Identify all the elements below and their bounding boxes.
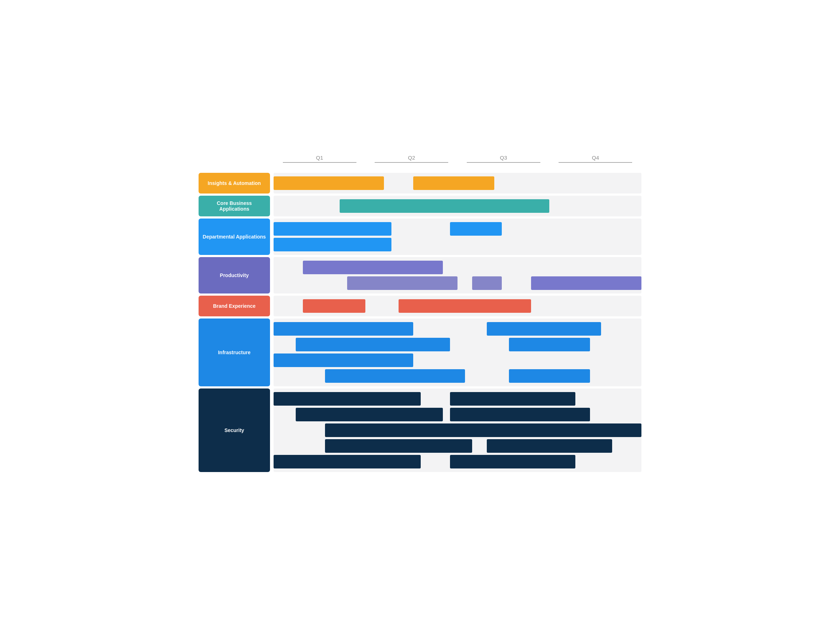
bar-infrastructure-1-1 [509,338,590,351]
bar-infrastructure-3-0 [325,369,465,383]
bar-security-0-0 [273,392,421,406]
bar-row-security-3 [273,439,641,453]
bar-row-security-2 [273,424,641,437]
bar-security-4-1 [450,455,575,468]
bar-row-infrastructure-3 [273,369,641,383]
bar-departmental-1-0 [273,238,392,251]
label-departmental: Departmental Applications [199,219,270,255]
bar-row-security-0 [273,392,641,406]
q1-label: Q1 [273,154,366,165]
row-departmental: Departmental Applications [199,219,641,255]
bar-row-security-4 [273,455,641,468]
bars-security [273,388,641,472]
row-infrastructure: Infrastructure [199,318,641,386]
bar-security-2-1 [502,424,641,437]
bar-security-4-0 [273,455,421,468]
label-infrastructure: Infrastructure [199,318,270,386]
bar-row-core-business-0 [273,199,641,213]
bar-row-infrastructure-0 [273,322,641,336]
bar-core-business-0-0 [339,199,549,213]
row-insights-automation: Insights & Automation [199,173,641,194]
bar-productivity-1-0 [347,276,458,290]
bar-security-1-1 [450,408,590,421]
bar-infrastructure-1-0 [296,338,450,351]
bar-brand-experience-0-0 [303,299,365,313]
bars-infrastructure [273,318,641,386]
row-security: Security [199,388,641,472]
bar-insights-automation-0-0 [273,177,384,190]
label-insights-automation: Insights & Automation [199,173,270,194]
bars-insights-automation [273,173,641,194]
rows-container: Insights & AutomationCore Business Appli… [199,173,641,472]
q4-label: Q4 [549,154,642,165]
label-productivity: Productivity [199,257,270,293]
bar-row-brand-experience-0 [273,299,641,313]
bar-productivity-1-2 [531,276,641,290]
bar-security-2-0 [325,424,516,437]
bar-security-0-1 [450,392,575,406]
bar-security-3-0 [325,439,472,453]
gantt-chart: Q1 Q2 Q3 Q4 Insights & AutomationCore Bu… [191,144,649,489]
label-brand-experience: Brand Experience [199,296,270,316]
bars-productivity [273,257,641,293]
bar-security-3-1 [487,439,612,453]
bar-departmental-0-0 [273,222,392,236]
bar-row-departmental-0 [273,222,641,236]
bar-row-security-1 [273,408,641,421]
bar-security-1-0 [296,408,443,421]
bars-core-business [273,195,641,216]
row-brand-experience: Brand Experience [199,296,641,316]
bar-infrastructure-3-1 [509,369,590,383]
bars-departmental [273,219,641,255]
bar-brand-experience-0-1 [399,299,531,313]
bars-brand-experience [273,296,641,316]
label-security: Security [199,388,270,472]
bar-infrastructure-0-1 [487,322,601,336]
bar-insights-automation-0-1 [413,177,494,190]
bar-productivity-0-0 [303,261,442,274]
row-core-business: Core Business Applications [199,195,641,216]
bar-departmental-0-1 [450,222,501,236]
quarter-headers: Q1 Q2 Q3 Q4 [273,154,641,165]
q3-label: Q3 [458,154,549,165]
bar-infrastructure-2-0 [273,353,413,367]
label-core-business: Core Business Applications [199,195,270,216]
bar-row-productivity-0 [273,261,641,274]
bar-productivity-1-1 [472,276,501,290]
bar-row-insights-automation-0 [273,177,641,190]
bar-infrastructure-0-0 [273,322,413,336]
bar-row-infrastructure-2 [273,353,641,367]
bar-row-productivity-1 [273,276,641,290]
bar-row-infrastructure-1 [273,338,641,351]
row-productivity: Productivity [199,257,641,293]
q2-label: Q2 [366,154,458,165]
bar-row-departmental-1 [273,238,641,251]
